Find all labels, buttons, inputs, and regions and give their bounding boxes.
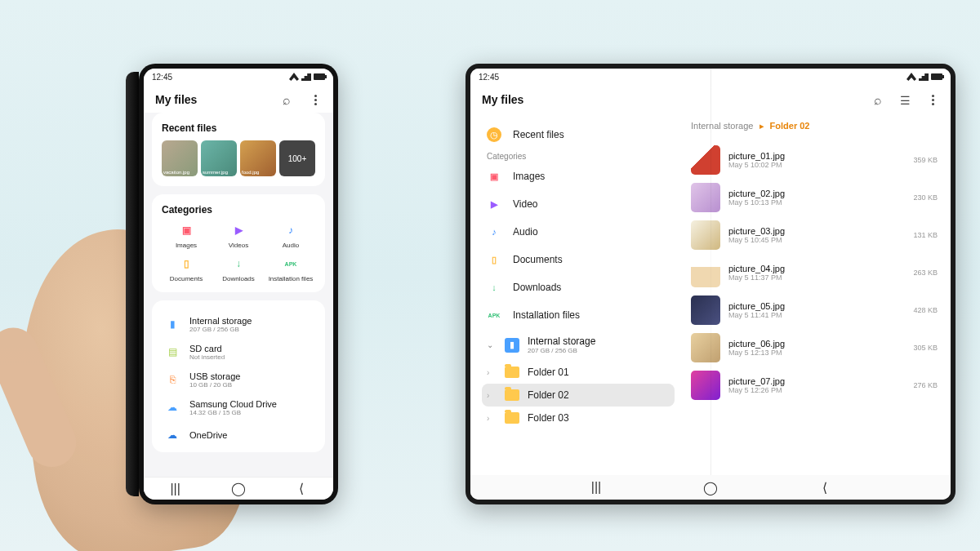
file-date: May 5 10:02 PM (728, 161, 905, 169)
nav-back[interactable]: ⟨ (817, 482, 833, 493)
file-name: picture_03.jpg (728, 226, 905, 236)
storage-sd-card[interactable]: ▤SD cardNot inserted (162, 338, 315, 366)
category-installation-files[interactable]: APKInstallation files (266, 256, 315, 282)
file-row[interactable]: picture_05.jpgMay 5 11:41 PM428 KB (691, 291, 938, 329)
app-header: My files (144, 85, 333, 113)
app-title: My files (155, 93, 197, 106)
recent-thumb[interactable]: vacation.jpg (162, 140, 198, 176)
chevron-right-icon: › (487, 414, 497, 423)
nav-recents[interactable]: ||| (167, 483, 184, 495)
storage-icon: ☁ (163, 398, 181, 416)
category-icon: ▶ (487, 197, 501, 211)
storage-name: USB storage (189, 371, 240, 381)
signal-icon (301, 73, 311, 81)
chevron-right-icon: ▸ (760, 121, 764, 131)
file-thumbnail (691, 295, 720, 325)
recent-thumb[interactable]: summer.jpg (201, 140, 237, 176)
nav-back[interactable]: ⟨ (293, 483, 310, 495)
category-label: Documents (170, 275, 203, 282)
recent-more[interactable]: 100+ (279, 140, 315, 176)
more-icon[interactable] (309, 93, 322, 106)
file-size: 276 KB (913, 381, 938, 389)
file-size: 359 KB (913, 156, 938, 164)
file-row[interactable]: picture_01.jpgMay 5 10:02 PM359 KB (691, 141, 938, 179)
nav-home[interactable]: ◯ (702, 482, 719, 493)
sidebar-item-audio[interactable]: ♪Audio (482, 218, 683, 246)
sidebar-item-documents[interactable]: ▯Documents (482, 246, 683, 273)
nav-home[interactable]: ◯ (230, 483, 247, 495)
sidebar: ◷ Recent files Categories ▣Images▶Video♪… (470, 113, 683, 487)
folder-item[interactable]: ›Folder 03 (482, 407, 683, 429)
category-label: Downloads (222, 275, 255, 282)
category-label: Images (176, 242, 197, 249)
sidebar-item-installation-files[interactable]: APKInstallation files (482, 301, 683, 329)
storage-icon: ▤ (163, 343, 181, 361)
category-videos[interactable]: ▶Videos (214, 222, 263, 249)
storage-name: SD card (189, 344, 225, 353)
sidebar-internal-storage[interactable]: ⌄ ▮ Internal storage 207 GB / 256 GB (482, 329, 683, 361)
file-thumbnail (691, 371, 720, 400)
sidebar-item-video[interactable]: ▶Video (482, 190, 683, 218)
phone-hinge (126, 72, 139, 496)
file-thumbnail (691, 145, 720, 175)
status-bar: 12:45 (144, 69, 333, 85)
search-icon[interactable] (874, 93, 887, 106)
category-audio[interactable]: ♪Audio (266, 222, 315, 249)
status-icons (906, 73, 942, 81)
category-icon: ▣ (178, 222, 194, 238)
nav-bar: ||| ◯ ⟨ (144, 477, 333, 500)
status-time: 12:45 (152, 73, 172, 82)
file-size: 230 KB (913, 193, 938, 202)
chevron-right-icon: › (487, 368, 497, 377)
list-view-icon[interactable] (900, 93, 913, 106)
sidebar-section-label: Categories (482, 149, 683, 162)
category-icon: ♪ (487, 224, 501, 239)
file-row[interactable]: picture_06.jpgMay 5 12:13 PM305 KB (691, 329, 938, 367)
chevron-down-icon: ⌄ (487, 340, 497, 349)
categories-card: Categories ▣Images▶Videos♪Audio▯Document… (152, 194, 325, 292)
storage-sub: 14.32 GB / 15 GB (189, 409, 277, 416)
file-row[interactable]: picture_03.jpgMay 5 10:45 PM131 KB (691, 216, 938, 254)
sidebar-label: Documents (513, 254, 563, 265)
search-icon[interactable] (283, 93, 296, 106)
file-row[interactable]: picture_02.jpgMay 5 10:13 PM230 KB (691, 179, 938, 216)
storage-samsung-cloud-drive[interactable]: ☁Samsung Cloud Drive14.32 GB / 15 GB (162, 393, 315, 421)
folder-item[interactable]: ›Folder 02 (482, 384, 675, 407)
file-name: picture_02.jpg (728, 189, 905, 198)
sidebar-item-downloads[interactable]: ↓Downloads (482, 273, 683, 301)
folder-icon (505, 367, 519, 378)
sidebar-item-images[interactable]: ▣Images (482, 162, 683, 190)
file-date: May 5 12:13 PM (728, 349, 905, 357)
more-icon[interactable] (926, 93, 939, 106)
tablet-device: 12:45 My files ◷ Recent files Categor (466, 64, 956, 504)
file-row[interactable]: picture_07.jpgMay 5 12:26 PM276 KB (691, 367, 938, 404)
category-images[interactable]: ▣Images (162, 222, 211, 249)
nav-bar: ||| ◯ ⟨ (470, 475, 951, 500)
storage-card: ▮Internal storage207 GB / 256 GB▤SD card… (152, 300, 325, 452)
breadcrumb[interactable]: Internal storage ▸ Folder 02 (691, 121, 938, 131)
recent-thumb[interactable]: food.jpg (240, 140, 276, 176)
app-title: My files (482, 93, 523, 106)
file-size: 428 KB (913, 306, 938, 314)
nav-recents[interactable]: ||| (588, 482, 604, 493)
storage-internal-storage[interactable]: ▮Internal storage207 GB / 256 GB (162, 310, 315, 338)
folder-item[interactable]: ›Folder 01 (482, 361, 683, 384)
status-icons (289, 73, 325, 81)
file-row[interactable]: picture_04.jpgMay 5 11:37 PM263 KB (691, 254, 938, 291)
fold-line (710, 69, 711, 500)
category-documents[interactable]: ▯Documents (162, 256, 211, 282)
sidebar-label: Video (513, 198, 537, 210)
file-size: 263 KB (913, 269, 938, 277)
file-thumbnail (691, 183, 720, 212)
storage-name: OneDrive (189, 430, 227, 440)
category-icon: APK (283, 256, 299, 272)
breadcrumb-root[interactable]: Internal storage (691, 121, 753, 131)
storage-onedrive[interactable]: ☁OneDrive (162, 421, 315, 449)
recent-files-card: Recent files vacation.jpg summer.jpg foo… (152, 113, 325, 186)
file-date: May 5 12:26 PM (728, 386, 905, 394)
phone-device: 12:45 My files Recent files vacation.jpg… (139, 64, 338, 504)
sidebar-recent[interactable]: ◷ Recent files (482, 121, 683, 149)
storage-usb-storage[interactable]: ⎘USB storage10 GB / 20 GB (162, 366, 315, 393)
wifi-icon (906, 73, 916, 81)
category-downloads[interactable]: ↓Downloads (214, 256, 263, 282)
